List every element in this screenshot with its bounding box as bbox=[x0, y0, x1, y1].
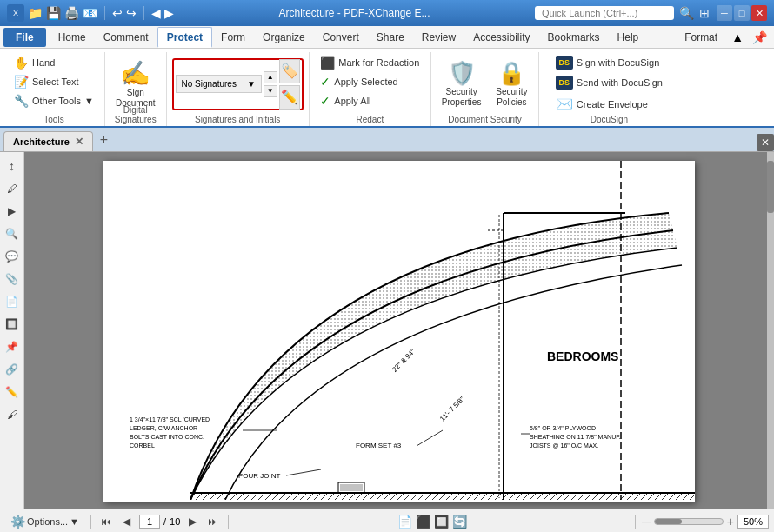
link-tool-button[interactable]: 🔗 bbox=[2, 359, 23, 380]
zoom-input[interactable] bbox=[737, 515, 769, 529]
highlight-tool-button[interactable]: ✏️ bbox=[2, 382, 23, 402]
file-menu[interactable]: File bbox=[3, 28, 46, 47]
add-signature-button[interactable]: 🏷️ bbox=[279, 59, 300, 83]
comment-tool-button[interactable]: 💬 bbox=[2, 246, 23, 267]
minimize-button[interactable]: ─ bbox=[717, 5, 732, 21]
create-envelope-button[interactable]: ✉️ Create Envelope bbox=[550, 94, 653, 114]
security-properties-icon: 🛡️ bbox=[448, 60, 476, 87]
create-envelope-label: Create Envelope bbox=[577, 99, 648, 110]
rectangle-tool-button[interactable]: 🔲 bbox=[2, 314, 23, 335]
zoom-out-button[interactable]: ─ bbox=[642, 515, 651, 529]
maximize-button[interactable]: □ bbox=[734, 5, 750, 21]
left-toolbar: ↕ 🖊 ▶ 🔍 💬 📎 📄 🔲 📌 🔗 ✏️ 🖌 bbox=[0, 152, 24, 509]
quick-launch-input[interactable] bbox=[535, 6, 674, 20]
signatures-dropdown[interactable]: No Signatures ▼ bbox=[176, 75, 262, 93]
hand-tool-button[interactable]: ✋ Hand bbox=[9, 54, 60, 71]
app-icon: X bbox=[7, 4, 24, 22]
protect-menu[interactable]: Protect bbox=[157, 27, 212, 48]
document-tool-button[interactable]: 📄 bbox=[2, 291, 23, 312]
tools-group: ✋ Hand 📝 Select Text 🔧 Other Tools ▼ Too… bbox=[3, 52, 105, 126]
redo-button[interactable]: ↪ bbox=[126, 6, 137, 20]
fit-page-button[interactable]: 📄 bbox=[397, 515, 412, 529]
page-number-input[interactable] bbox=[139, 515, 160, 529]
toolbar-icon-print[interactable]: 🖨️ bbox=[64, 6, 79, 20]
first-page-button[interactable]: ⏮ bbox=[97, 513, 115, 530]
last-page-button[interactable]: ⏭ bbox=[204, 513, 222, 530]
separator-1 bbox=[90, 515, 91, 529]
mark-for-redaction-button[interactable]: ⬛ Mark for Redaction bbox=[315, 54, 424, 71]
paint-tool-button[interactable]: 🖌 bbox=[2, 404, 23, 425]
ribbon: ✋ Hand 📝 Select Text 🔧 Other Tools ▼ Too… bbox=[0, 49, 774, 128]
redact-group: ⬛ Mark for Redaction ✓ Apply Selected ✓ … bbox=[310, 52, 431, 126]
select-text-label: Select Text bbox=[32, 76, 79, 87]
actual-size-button[interactable]: 🔲 bbox=[434, 515, 449, 529]
apply-all-button[interactable]: ✓ Apply All bbox=[315, 92, 376, 110]
zoom-slider[interactable] bbox=[654, 518, 724, 525]
signatures-arrows: ▲ ▼ bbox=[264, 71, 277, 97]
apply-selected-button[interactable]: ✓ Apply Selected bbox=[315, 73, 403, 90]
zoom-tool-button[interactable]: 🔍 bbox=[2, 223, 23, 244]
security-properties-button[interactable]: 🛡️ SecurityProperties bbox=[437, 57, 487, 111]
options-button[interactable]: ⚙️ Options... ▼ bbox=[5, 513, 84, 530]
help-menu[interactable]: Help bbox=[609, 28, 648, 47]
select-text-button[interactable]: 📝 Select Text bbox=[9, 73, 84, 90]
architecture-tab[interactable]: Architecture ✕ bbox=[3, 131, 93, 151]
manage-signature-button[interactable]: ✏️ bbox=[279, 85, 300, 110]
pin-tool-button[interactable]: 📌 bbox=[2, 336, 23, 357]
prev-page-button[interactable]: ◀ bbox=[118, 513, 136, 530]
other-tools-label: Other Tools bbox=[32, 96, 81, 106]
toolbar-icon-email[interactable]: 📧 bbox=[83, 6, 97, 20]
scroll-down-button[interactable]: ▼ bbox=[264, 85, 277, 97]
zoom-in-button[interactable]: + bbox=[727, 515, 734, 529]
fit-width-button[interactable]: ⬛ bbox=[416, 515, 430, 529]
pan-tool-button[interactable]: ↕ bbox=[2, 156, 23, 176]
undo-button[interactable]: ↩ bbox=[112, 6, 123, 20]
security-policies-button[interactable]: 🔒 SecurityPolicies bbox=[490, 57, 533, 111]
nav-back-button[interactable]: ◀ bbox=[151, 6, 161, 20]
tab-close-button[interactable]: ✕ bbox=[75, 136, 83, 148]
convert-menu[interactable]: Convert bbox=[314, 28, 368, 47]
security-policies-label: SecurityPolicies bbox=[496, 87, 527, 108]
accessibility-menu[interactable]: Accessibility bbox=[464, 28, 538, 47]
organize-menu[interactable]: Organize bbox=[254, 28, 314, 47]
mark-redaction-icon: ⬛ bbox=[320, 56, 335, 70]
home-menu[interactable]: Home bbox=[50, 28, 95, 47]
toolbar-icon-save[interactable]: 💾 bbox=[46, 6, 61, 20]
search-icon[interactable]: 🔍 bbox=[679, 6, 694, 20]
page-total: 10 bbox=[170, 516, 180, 527]
pin-icon[interactable]: 📌 bbox=[749, 30, 771, 44]
close-button[interactable]: ✕ bbox=[751, 5, 767, 21]
send-docusign-label: Send with DocuSign bbox=[577, 77, 663, 88]
close-document-button[interactable]: ✕ bbox=[757, 134, 774, 151]
format-menu[interactable]: Format bbox=[676, 28, 726, 47]
pencil-tool-button[interactable]: 🖊 bbox=[2, 178, 23, 199]
pour-joint-label: POUR JOINT bbox=[238, 472, 281, 480]
attachment-tool-button[interactable]: 📎 bbox=[2, 269, 23, 289]
arrow-tool-button[interactable]: ▶ bbox=[2, 201, 23, 222]
review-menu[interactable]: Review bbox=[413, 28, 464, 47]
scrollbar-thumb[interactable] bbox=[767, 161, 774, 213]
security-policies-icon: 🔒 bbox=[497, 60, 525, 87]
svg-text:BOLTS CAST INTO CONC.: BOLTS CAST INTO CONC. bbox=[130, 434, 204, 440]
view-icon[interactable]: ⊞ bbox=[699, 6, 710, 20]
next-page-button[interactable]: ▶ bbox=[183, 513, 201, 530]
ledger-label: 1 3/4"×11 7/8" SCL 'CURVED' bbox=[130, 416, 210, 422]
ribbon-toggle-icon[interactable]: ▲ bbox=[726, 30, 749, 44]
bookmarks-menu[interactable]: Bookmarks bbox=[539, 28, 609, 47]
send-with-docusign-button[interactable]: DS Send with DocuSign bbox=[550, 74, 668, 91]
vertical-scrollbar[interactable] bbox=[767, 152, 774, 509]
view-controls: 📄 ⬛ 🔲 🔄 bbox=[235, 515, 629, 529]
other-tools-button[interactable]: 🔧 Other Tools ▼ bbox=[9, 92, 99, 110]
form-set-label: FORM SET #3 bbox=[356, 442, 402, 449]
rotate-view-button[interactable]: 🔄 bbox=[452, 515, 467, 529]
nav-forward-button[interactable]: ▶ bbox=[164, 6, 174, 20]
toolbar-icon-folder[interactable]: 📁 bbox=[28, 6, 43, 20]
comment-menu[interactable]: Comment bbox=[95, 28, 157, 47]
other-tools-arrow: ▼ bbox=[84, 96, 94, 106]
sign-with-docusign-button[interactable]: DS Sign with DocuSign bbox=[550, 54, 664, 71]
scroll-up-button[interactable]: ▲ bbox=[264, 71, 277, 83]
form-menu[interactable]: Form bbox=[212, 28, 254, 47]
sign-document-button[interactable]: ✍️ SignDocument bbox=[110, 56, 161, 112]
add-tab-button[interactable]: + bbox=[93, 129, 115, 151]
share-menu[interactable]: Share bbox=[368, 28, 413, 47]
